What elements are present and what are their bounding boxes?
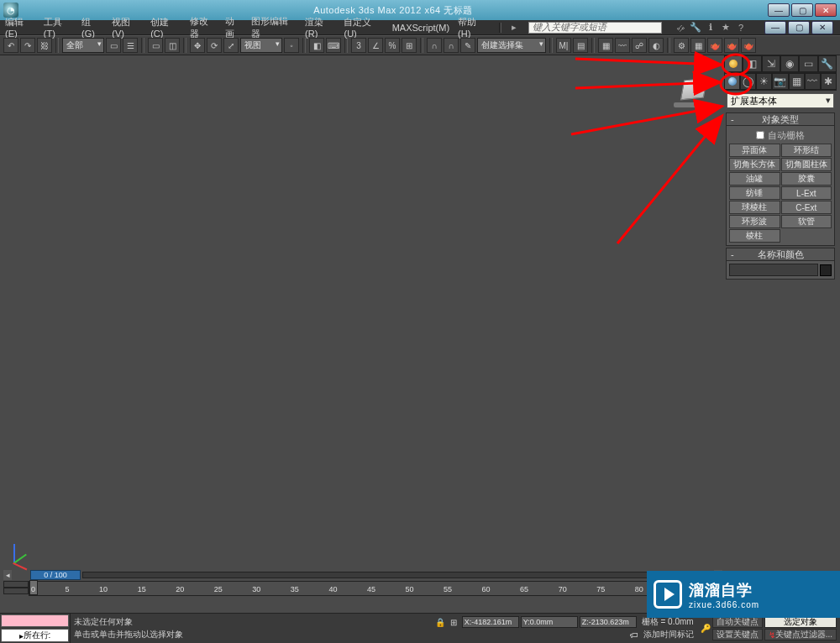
systems-subtab[interactable]: ✱ <box>821 73 837 90</box>
menu-tools[interactable]: 工具(T) <box>44 16 73 39</box>
spinner-snap[interactable]: ⊞ <box>402 38 417 53</box>
panel-max-button[interactable]: ▢ <box>788 21 810 34</box>
rect-select-icon[interactable]: ▭ <box>148 38 163 53</box>
obj-chamferbox[interactable]: 切角长方体 <box>729 158 780 171</box>
obj-chamfercyl[interactable]: 切角圆柱体 <box>781 158 832 171</box>
motion-tab[interactable]: ◉ <box>780 55 799 72</box>
magnet2-icon[interactable]: ∩ <box>444 38 459 53</box>
obj-torusknot[interactable]: 环形结 <box>781 144 832 157</box>
refcoord-dropdown[interactable]: 视图 <box>240 38 282 53</box>
obj-hedra[interactable]: 异面体 <box>729 144 780 157</box>
rollout-name-color[interactable]: 名称和颜色 <box>726 248 835 261</box>
modify-tab[interactable]: ◧ <box>743 55 761 72</box>
obj-prism[interactable]: 棱柱 <box>729 229 780 243</box>
hierarchy-tab[interactable]: ⇲ <box>762 55 780 72</box>
keyfilter-button[interactable]: ↯ 关键点过滤器... <box>764 629 837 640</box>
obj-capsule[interactable]: 胶囊 <box>781 172 832 186</box>
angle-snap[interactable]: ∠ <box>368 38 383 53</box>
mirror-button[interactable]: M| <box>556 38 571 53</box>
menu-maxscript[interactable]: MAXScript(M) <box>392 23 449 33</box>
render-frame-button[interactable]: ▦ <box>690 38 706 53</box>
menu-animation[interactable]: 动画 <box>225 15 244 40</box>
coord-y[interactable]: Y:0.0mm <box>521 616 578 628</box>
obj-hose[interactable]: 软管 <box>781 215 832 228</box>
spacewarps-subtab[interactable]: 〰 <box>805 73 821 90</box>
shapes-subtab[interactable]: ◯ <box>740 73 756 90</box>
time-slider-track[interactable] <box>82 572 712 578</box>
helpers-subtab[interactable]: ▦ <box>789 73 805 90</box>
curve-editor-button[interactable]: 〰 <box>615 38 630 53</box>
layers-button[interactable]: ▦ <box>598 38 613 53</box>
menu-edit[interactable]: 编辑(E) <box>5 16 35 39</box>
geometry-category-dropdown[interactable]: 扩展基本体 <box>727 93 834 108</box>
obj-ringwave[interactable]: 环形波 <box>729 215 780 228</box>
viewport[interactable] <box>0 55 722 576</box>
named-sel-dropdown[interactable]: 创建选择集 <box>477 38 546 53</box>
help-wrench-icon[interactable]: 🔧 <box>689 22 702 34</box>
material-button[interactable]: ◐ <box>648 38 664 53</box>
brush-icon[interactable]: ✎ <box>460 38 475 53</box>
menu-group[interactable]: 组(G) <box>81 16 103 39</box>
trackbar-btn1[interactable] <box>3 581 29 588</box>
undo-button[interactable]: ↶ <box>3 38 18 53</box>
select-name-button[interactable]: ☰ <box>123 38 138 53</box>
viewcube[interactable] <box>674 79 714 112</box>
coord-x[interactable]: X:-4182.161m <box>462 616 519 628</box>
menu-render[interactable]: 渲染(R) <box>305 16 335 39</box>
minimize-button[interactable]: — <box>768 3 790 17</box>
help-star-icon[interactable]: ★ <box>719 22 732 34</box>
align-button[interactable]: ▤ <box>573 38 588 53</box>
time-badge[interactable]: 0 / 100 <box>30 570 81 580</box>
percent-snap[interactable]: % <box>385 38 400 53</box>
rollout-object-type[interactable]: 对象类型 <box>726 112 835 126</box>
schematic-button[interactable]: ☍ <box>632 38 647 53</box>
close-button[interactable]: ✕ <box>815 3 837 17</box>
window-cross-icon[interactable]: ◫ <box>165 38 180 53</box>
help-question-icon[interactable]: ? <box>734 22 748 34</box>
menu-help[interactable]: 帮助(H) <box>458 16 488 39</box>
obj-cext[interactable]: C-Ext <box>781 201 832 214</box>
obj-lext[interactable]: L-Ext <box>781 186 832 200</box>
obj-gengon[interactable]: 球棱柱 <box>729 201 780 214</box>
time-prev-button[interactable]: ◂ <box>3 570 12 580</box>
display-tab[interactable]: ▭ <box>799 55 817 72</box>
help-search-input[interactable]: 键入关键字或短语 <box>528 22 662 34</box>
selset-field[interactable]: 选定对象 <box>764 616 837 628</box>
menu-grapheditors[interactable]: 图形编辑器 <box>251 15 297 40</box>
obj-spindle[interactable]: 纺锤 <box>729 186 780 200</box>
redo-button[interactable]: ↷ <box>20 38 35 53</box>
teapot1-icon[interactable]: 🫖 <box>707 38 722 53</box>
snap-toggle[interactable]: 3 <box>351 38 366 53</box>
key-icon[interactable]: 🔑 <box>701 624 711 633</box>
rotate-button[interactable]: ⟳ <box>207 38 222 53</box>
menu-view[interactable]: 视图(V) <box>112 16 142 39</box>
panel-close-button[interactable]: ✕ <box>811 21 833 34</box>
maximize-button[interactable]: ▢ <box>791 3 813 17</box>
obj-oiltank[interactable]: 油罐 <box>729 172 780 186</box>
tag-icon[interactable]: 🏷 <box>630 630 638 640</box>
cameras-subtab[interactable]: 📷 <box>772 73 788 90</box>
coord-z[interactable]: Z:-2130.623m <box>580 616 637 628</box>
autokey-button[interactable]: 自动关键点 <box>712 616 763 628</box>
object-color-swatch[interactable] <box>820 264 832 276</box>
manip-button[interactable]: ◧ <box>309 38 324 53</box>
setkey-button[interactable]: 设置关键点 <box>712 629 763 640</box>
help-key-icon[interactable]: ℹ <box>704 22 717 34</box>
trackbar-track[interactable]: 0 5 10 15 20 25 30 35 40 45 50 55 60 65 … <box>29 581 722 596</box>
render-setup-button[interactable]: ⚙ <box>674 38 689 53</box>
teapot2-icon[interactable]: 🫖 <box>724 38 739 53</box>
link-button[interactable]: ⛓ <box>37 38 52 53</box>
menu-modifiers[interactable]: 修改器 <box>190 15 217 40</box>
keymode-button[interactable]: ⌨ <box>326 38 341 53</box>
move-button[interactable]: ✥ <box>190 38 205 53</box>
select-button[interactable]: ▭ <box>106 38 121 53</box>
panel-min-button[interactable]: — <box>764 21 786 34</box>
coord-toggle-icon[interactable]: ⊞ <box>450 618 457 627</box>
magnet-icon[interactable]: ∩ <box>427 38 442 53</box>
teapot3-icon[interactable]: 🫖 <box>741 38 756 53</box>
pivot-button[interactable]: ◦ <box>284 38 299 53</box>
lights-subtab[interactable]: ☀ <box>756 73 772 90</box>
scale-button[interactable]: ⤢ <box>223 38 239 53</box>
autogrid-checkbox[interactable] <box>756 131 764 139</box>
add-time-tag[interactable]: 添加时间标记 <box>643 629 694 640</box>
